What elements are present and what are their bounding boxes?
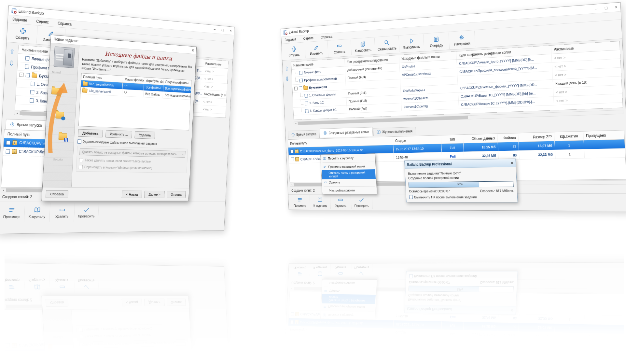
- menu-columns[interactable]: Настройка колонок: [323, 187, 376, 193]
- to-journal-button[interactable]: К журналу: [24, 203, 50, 223]
- back-button[interactable]: < Назад: [122, 191, 142, 198]
- recycle-bin-checkbox-row[interactable]: Перемещать в Корзину Windows (если возмо…: [79, 165, 185, 171]
- gear-icon: [459, 34, 465, 41]
- add-button[interactable]: Добавить: [78, 129, 103, 137]
- view-button[interactable]: Просмотр: [290, 195, 310, 209]
- scroll-left-icon[interactable]: ◂: [290, 183, 294, 187]
- copies-status: Создано копий: 2: [291, 189, 315, 193]
- progress-title: Exiland Backup Professional: [407, 162, 452, 167]
- clock-icon: [291, 133, 295, 137]
- right-window: Exiland Backup – □ × Задание Сервис Спра…: [281, 2, 626, 211]
- tab-start-time[interactable]: Время запуска: [6, 119, 46, 130]
- copy-button[interactable]: Копировать: [351, 38, 375, 55]
- row-checkbox[interactable]: [26, 73, 30, 77]
- menu-help[interactable]: Справка: [321, 35, 332, 39]
- zip-file-icon: [295, 149, 299, 153]
- maximize-button[interactable]: □: [222, 28, 224, 32]
- close-button[interactable]: ×: [615, 5, 618, 9]
- queue-button[interactable]: Очередь: [424, 33, 450, 50]
- row-checkbox[interactable]: [299, 78, 303, 82]
- minimize-button[interactable]: –: [595, 6, 598, 11]
- verify-button[interactable]: Проверить: [74, 203, 99, 222]
- book-icon: [317, 197, 323, 203]
- progress-percent: 68%: [409, 182, 513, 186]
- tab-created-backups[interactable]: Созданные резервные копии: [320, 127, 373, 138]
- minimize-button[interactable]: –: [214, 27, 216, 32]
- sliver-row: < нет >: [193, 105, 226, 114]
- next-button[interactable]: Далее >: [144, 191, 164, 198]
- move-down-button[interactable]: ⇩: [285, 76, 289, 82]
- progress-close-button[interactable]: ×: [511, 161, 513, 165]
- menu-goto-journal[interactable]: Перейти к журналу: [321, 154, 375, 162]
- delete-button[interactable]: Удалить: [330, 195, 352, 209]
- tab-start-time[interactable]: Время запуска: [288, 130, 320, 139]
- row-checkbox[interactable]: [6, 149, 10, 153]
- folder-icon: [82, 88, 88, 92]
- row-checkbox[interactable]: [304, 94, 308, 98]
- check-icon: [358, 197, 364, 203]
- move-up-button[interactable]: ⇧: [9, 48, 15, 56]
- verify-button[interactable]: Проверить: [351, 195, 373, 209]
- zip-file-icon: [295, 157, 299, 161]
- row-checkbox[interactable]: [31, 82, 35, 86]
- move-down-button[interactable]: ⇩: [8, 59, 14, 67]
- checkbox[interactable]: [77, 139, 81, 144]
- edit-source-button[interactable]: Изменить ...: [105, 130, 132, 138]
- collapse-icon[interactable]: [294, 87, 298, 91]
- scroll-left-icon[interactable]: ◂: [15, 111, 20, 115]
- run-button[interactable]: Выполнить: [399, 35, 424, 52]
- collapse-icon[interactable]: [20, 73, 24, 77]
- close-button[interactable]: ×: [230, 28, 231, 33]
- schedule-header[interactable]: Расписание: [204, 61, 221, 66]
- row-checkbox[interactable]: [290, 149, 294, 153]
- move-up-button[interactable]: ⇧: [285, 65, 289, 72]
- menu-service[interactable]: Сервис: [303, 36, 313, 40]
- help-button[interactable]: Справка: [46, 190, 68, 198]
- menu-task[interactable]: Задание: [12, 17, 27, 23]
- checkbox[interactable]: [79, 165, 83, 169]
- menu-delete[interactable]: Удалить: [322, 179, 376, 186]
- row-checkbox[interactable]: [305, 101, 308, 105]
- checkbox[interactable]: [79, 158, 83, 162]
- row-checkbox[interactable]: [299, 86, 302, 90]
- checkbox[interactable]: [409, 195, 413, 199]
- shutdown-checkbox-row[interactable]: Выключить ПК после выполнения заданий: [409, 195, 514, 199]
- delete-source-button[interactable]: Удалить: [135, 131, 155, 139]
- row-checkbox[interactable]: [30, 98, 34, 103]
- menu-view-backup[interactable]: Просмотр резервной копии: [322, 163, 375, 170]
- row-checkbox[interactable]: [25, 64, 29, 69]
- scroll-left-icon[interactable]: ◂: [294, 122, 298, 125]
- edit-button[interactable]: Изменить: [305, 41, 328, 58]
- row-checkbox[interactable]: [291, 157, 294, 161]
- maximize-button[interactable]: □: [605, 6, 607, 10]
- menu-task[interactable]: Задание: [285, 37, 296, 42]
- row-checkbox[interactable]: [30, 90, 35, 94]
- delete-button[interactable]: Удалить: [327, 40, 352, 57]
- menu-help[interactable]: Справка: [58, 21, 72, 26]
- tab-journal[interactable]: Журнал выполнения: [373, 127, 416, 136]
- row-checkbox[interactable]: [25, 56, 30, 61]
- create-button[interactable]: Создать: [8, 24, 38, 44]
- dialog-close-button[interactable]: ×: [192, 48, 194, 52]
- delete-mode-dropdown[interactable]: Удалять только те исходные файлы, которы…: [79, 148, 186, 158]
- row-checkbox[interactable]: [299, 71, 302, 75]
- menu-service[interactable]: Сервис: [36, 19, 49, 24]
- wizard-nav: Справка < Назад Далее > Отмена: [42, 187, 189, 201]
- to-journal-button[interactable]: К журналу: [310, 195, 331, 209]
- cancel-button[interactable]: Отмена: [167, 191, 186, 198]
- delete-empty-folders-checkbox-row[interactable]: Также удалять папки, если они остались п…: [79, 158, 185, 164]
- magnifier-icon: [384, 39, 390, 46]
- view-button[interactable]: Просмотр: [0, 203, 25, 223]
- row-checkbox[interactable]: [6, 140, 10, 145]
- settings-button[interactable]: Настройки: [449, 31, 476, 49]
- delete-source-checkbox-row[interactable]: Удалять исходные файлы после выполнения …: [77, 139, 188, 147]
- row-checkbox[interactable]: [305, 109, 308, 113]
- create-button[interactable]: Создать: [283, 43, 306, 60]
- menu-open-folder[interactable]: Открыть папку с резервной копией: [322, 169, 376, 179]
- scan-button[interactable]: Сканировать: [375, 36, 400, 54]
- tree-connector: [300, 92, 303, 97]
- app-icon: [284, 30, 287, 35]
- book-icon: [34, 206, 41, 214]
- scroll-left-icon[interactable]: ◂: [1, 189, 6, 192]
- delete-button[interactable]: Удалить: [49, 203, 75, 222]
